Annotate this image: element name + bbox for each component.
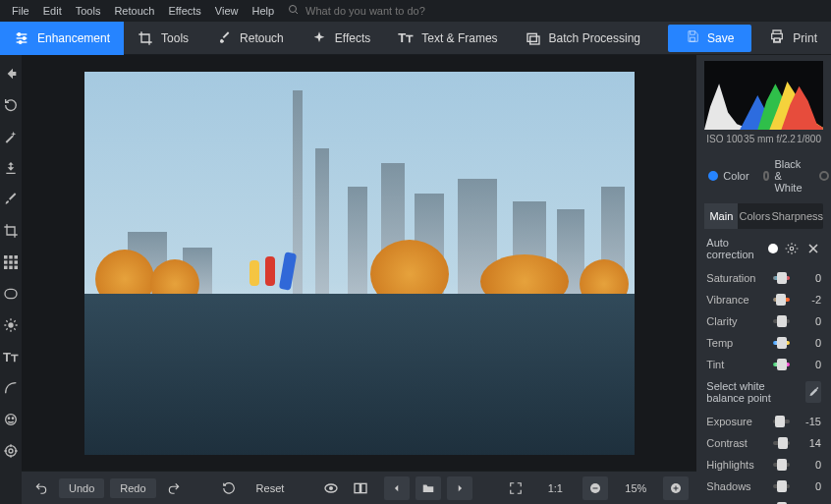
preview-icon[interactable]	[319, 476, 343, 500]
redo-button[interactable]: Redo	[110, 478, 155, 498]
zoom-out-icon[interactable]	[582, 476, 608, 500]
slider-track[interactable]	[773, 298, 790, 302]
slider-thumb[interactable]	[777, 480, 787, 492]
slider-track[interactable]	[773, 484, 790, 488]
menu-help[interactable]: Help	[246, 3, 280, 19]
rotate-tool[interactable]	[0, 94, 22, 116]
print-button[interactable]: Print	[755, 28, 831, 47]
slider-track[interactable]	[773, 441, 790, 445]
slider-label: Shadows	[706, 480, 765, 492]
folder-icon[interactable]	[416, 476, 441, 500]
svg-point-21	[6, 415, 17, 425]
zoom-in-icon[interactable]	[663, 476, 689, 500]
svg-point-23	[12, 418, 13, 419]
slider-track[interactable]	[773, 420, 790, 423]
fit-icon[interactable]	[504, 476, 527, 500]
undo-button[interactable]: Undo	[59, 478, 104, 498]
menu-view[interactable]: View	[209, 3, 245, 19]
search-input[interactable]	[305, 5, 463, 17]
undo-icon[interactable]	[29, 476, 53, 500]
slider-thumb[interactable]	[777, 459, 787, 471]
close-icon[interactable]	[805, 240, 821, 257]
svg-rect-34	[676, 485, 677, 490]
slider-track[interactable]	[773, 341, 790, 345]
auto-label: Auto correction	[706, 237, 771, 260]
vignette-tool[interactable]	[0, 283, 22, 305]
slider-value: 0	[798, 459, 821, 471]
radio-color[interactable]: Color	[708, 170, 748, 182]
tab-text-frames[interactable]: Tᴛ Text & Frames	[384, 22, 511, 55]
brush-tool[interactable]	[0, 189, 22, 210]
reset-icon[interactable]	[217, 476, 241, 500]
text-tool[interactable]: Tᴛ	[0, 346, 22, 367]
tab-tools[interactable]: Tools	[124, 22, 202, 55]
zoom-value[interactable]: 15%	[614, 482, 657, 494]
sliders-icon	[14, 30, 29, 46]
subtab-main[interactable]: Main	[704, 203, 738, 229]
batch-icon	[526, 30, 541, 46]
menu-tools[interactable]: Tools	[70, 3, 107, 19]
slider-value: 0	[798, 337, 821, 349]
lens-value: 35 mm f/2.2	[744, 134, 796, 144]
face-tool[interactable]	[0, 409, 22, 430]
save-icon	[686, 29, 699, 46]
subtab-colors[interactable]: Colors	[738, 203, 771, 229]
pattern-tool[interactable]	[0, 252, 22, 273]
slider-label: Clarity	[706, 315, 765, 327]
svg-point-25	[9, 449, 13, 453]
main-toolbar: Enhancement Tools Retouch Effects Tᴛ Tex…	[0, 22, 831, 55]
slider-track[interactable]	[773, 319, 790, 323]
eyedropper-button[interactable]	[805, 381, 821, 403]
radio-negative[interactable]: Negative	[819, 170, 831, 182]
radio-bw[interactable]: Black & White	[763, 158, 805, 194]
clone-stamp-tool[interactable]	[0, 157, 22, 179]
next-icon[interactable]	[447, 476, 472, 500]
subtab-sharpness[interactable]: Sharpness	[771, 203, 823, 229]
gear-icon[interactable]	[784, 240, 800, 257]
tab-batch-label: Batch Processing	[549, 31, 640, 45]
slider-track[interactable]	[773, 463, 790, 467]
slider-shadows: Shadows0	[706, 480, 821, 492]
redo-icon[interactable]	[162, 476, 186, 500]
menu-file[interactable]: File	[6, 3, 35, 19]
reset-button[interactable]: Reset	[247, 478, 295, 498]
tab-enhancement[interactable]: Enhancement	[0, 22, 124, 55]
svg-rect-12	[15, 255, 19, 259]
slider-thumb[interactable]	[776, 294, 786, 306]
save-button[interactable]: Save	[668, 25, 751, 52]
compare-icon[interactable]	[349, 476, 372, 500]
canvas-area[interactable]	[22, 55, 696, 471]
print-label: Print	[793, 31, 817, 45]
svg-point-20	[8, 322, 13, 327]
back-tool[interactable]	[0, 63, 22, 84]
menu-retouch[interactable]: Retouch	[108, 3, 160, 19]
magic-wand-tool[interactable]	[0, 126, 22, 147]
slider-label: Vibrance	[706, 294, 765, 306]
light-tool[interactable]	[0, 314, 22, 336]
slider-track[interactable]	[773, 276, 790, 280]
target-tool[interactable]	[0, 440, 22, 462]
svg-rect-16	[4, 266, 8, 270]
crop-tool[interactable]	[0, 220, 22, 242]
ratio-label[interactable]: 1:1	[533, 482, 577, 494]
slider-thumb[interactable]	[777, 315, 787, 327]
left-toolbar: Tᴛ	[0, 55, 22, 504]
prev-icon[interactable]	[384, 476, 410, 500]
slider-label: Contrast	[706, 437, 765, 449]
slider-thumb[interactable]	[775, 416, 785, 427]
svg-point-22	[8, 418, 9, 419]
auto-correction-row: Auto correction	[706, 237, 821, 260]
menu-edit[interactable]: Edit	[37, 3, 68, 19]
tab-batch[interactable]: Batch Processing	[512, 22, 654, 55]
tab-retouch[interactable]: Retouch	[202, 22, 298, 55]
slider-thumb[interactable]	[778, 437, 788, 449]
slider-thumb[interactable]	[777, 337, 787, 349]
slider-track[interactable]	[773, 363, 790, 366]
tab-effects[interactable]: Effects	[298, 22, 384, 55]
slider-thumb[interactable]	[777, 359, 787, 370]
curves-tool[interactable]	[0, 377, 22, 399]
slider-thumb[interactable]	[777, 272, 787, 284]
menu-effects[interactable]: Effects	[162, 3, 206, 19]
svg-rect-10	[4, 255, 8, 259]
svg-point-0	[290, 6, 297, 13]
